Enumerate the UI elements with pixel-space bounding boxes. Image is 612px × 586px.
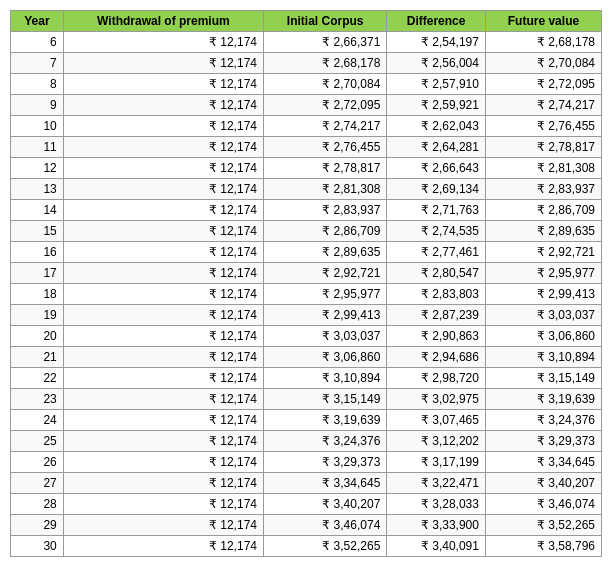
table-cell: ₹ 2,68,178 [263, 53, 386, 74]
table-cell: ₹ 2,83,937 [263, 200, 386, 221]
table-cell: ₹ 2,72,095 [263, 95, 386, 116]
table-cell: ₹ 2,94,686 [387, 347, 486, 368]
table-cell: ₹ 2,95,977 [485, 263, 601, 284]
table-cell: ₹ 2,56,004 [387, 53, 486, 74]
header-withdrawal: Withdrawal of premium [63, 11, 263, 32]
table-cell: ₹ 2,74,217 [263, 116, 386, 137]
table-cell: ₹ 2,70,084 [263, 74, 386, 95]
table-row: 16₹ 12,174₹ 2,89,635₹ 2,77,461₹ 2,92,721 [11, 242, 602, 263]
table-cell: ₹ 3,33,900 [387, 515, 486, 536]
table-cell: ₹ 3,24,376 [485, 410, 601, 431]
table-cell: 19 [11, 305, 64, 326]
table-cell: ₹ 2,83,803 [387, 284, 486, 305]
table-cell: 29 [11, 515, 64, 536]
table-cell: ₹ 3,22,471 [387, 473, 486, 494]
table-cell: ₹ 2,78,817 [485, 137, 601, 158]
table-row: 14₹ 12,174₹ 2,83,937₹ 2,71,763₹ 2,86,709 [11, 200, 602, 221]
table-cell: ₹ 2,62,043 [387, 116, 486, 137]
table-cell: ₹ 12,174 [63, 515, 263, 536]
table-cell: 16 [11, 242, 64, 263]
table-cell: ₹ 3,17,199 [387, 452, 486, 473]
table-row: 22₹ 12,174₹ 3,10,894₹ 2,98,720₹ 3,15,149 [11, 368, 602, 389]
table-cell: ₹ 12,174 [63, 137, 263, 158]
table-cell: ₹ 3,29,373 [485, 431, 601, 452]
table-cell: ₹ 3,15,149 [485, 368, 601, 389]
table-cell: ₹ 3,40,207 [485, 473, 601, 494]
table-cell: ₹ 12,174 [63, 473, 263, 494]
table-row: 10₹ 12,174₹ 2,74,217₹ 2,62,043₹ 2,76,455 [11, 116, 602, 137]
table-cell: ₹ 3,10,894 [485, 347, 601, 368]
table-cell: ₹ 3,06,860 [485, 326, 601, 347]
table-cell: ₹ 3,07,465 [387, 410, 486, 431]
table-cell: ₹ 3,19,639 [263, 410, 386, 431]
table-cell: 21 [11, 347, 64, 368]
table-row: 18₹ 12,174₹ 2,95,977₹ 2,83,803₹ 2,99,413 [11, 284, 602, 305]
table-cell: ₹ 3,46,074 [485, 494, 601, 515]
table-cell: ₹ 3,02,975 [387, 389, 486, 410]
table-cell: ₹ 12,174 [63, 305, 263, 326]
table-cell: ₹ 2,77,461 [387, 242, 486, 263]
table-cell: ₹ 3,06,860 [263, 347, 386, 368]
table-cell: ₹ 2,89,635 [485, 221, 601, 242]
table-cell: ₹ 12,174 [63, 116, 263, 137]
table-cell: ₹ 12,174 [63, 53, 263, 74]
table-row: 12₹ 12,174₹ 2,78,817₹ 2,66,643₹ 2,81,308 [11, 158, 602, 179]
table-cell: ₹ 3,12,202 [387, 431, 486, 452]
financial-table: Year Withdrawal of premium Initial Corpu… [10, 10, 602, 557]
table-cell: ₹ 2,83,937 [485, 179, 601, 200]
table-cell: ₹ 3,52,265 [485, 515, 601, 536]
table-cell: ₹ 12,174 [63, 368, 263, 389]
table-cell: ₹ 3,52,265 [263, 536, 386, 557]
table-cell: ₹ 3,03,037 [263, 326, 386, 347]
table-cell: ₹ 2,74,535 [387, 221, 486, 242]
table-row: 29₹ 12,174₹ 3,46,074₹ 3,33,900₹ 3,52,265 [11, 515, 602, 536]
table-cell: ₹ 3,46,074 [263, 515, 386, 536]
table-row: 11₹ 12,174₹ 2,76,455₹ 2,64,281₹ 2,78,817 [11, 137, 602, 158]
table-cell: 22 [11, 368, 64, 389]
table-cell: 12 [11, 158, 64, 179]
table-cell: ₹ 3,19,639 [485, 389, 601, 410]
table-cell: 8 [11, 74, 64, 95]
table-cell: ₹ 12,174 [63, 326, 263, 347]
table-cell: ₹ 2,78,817 [263, 158, 386, 179]
table-cell: ₹ 2,95,977 [263, 284, 386, 305]
table-cell: ₹ 2,74,217 [485, 95, 601, 116]
table-row: 17₹ 12,174₹ 2,92,721₹ 2,80,547₹ 2,95,977 [11, 263, 602, 284]
table-cell: ₹ 3,15,149 [263, 389, 386, 410]
table-cell: ₹ 2,66,371 [263, 32, 386, 53]
table-cell: ₹ 2,59,921 [387, 95, 486, 116]
table-cell: ₹ 12,174 [63, 221, 263, 242]
table-cell: ₹ 2,66,643 [387, 158, 486, 179]
table-cell: ₹ 2,57,910 [387, 74, 486, 95]
table-cell: ₹ 2,80,547 [387, 263, 486, 284]
table-cell: 14 [11, 200, 64, 221]
table-cell: 11 [11, 137, 64, 158]
table-cell: ₹ 3,34,645 [485, 452, 601, 473]
table-cell: ₹ 12,174 [63, 158, 263, 179]
table-row: 25₹ 12,174₹ 3,24,376₹ 3,12,202₹ 3,29,373 [11, 431, 602, 452]
table-cell: ₹ 3,34,645 [263, 473, 386, 494]
table-cell: ₹ 2,81,308 [263, 179, 386, 200]
table-cell: ₹ 2,71,763 [387, 200, 486, 221]
table-cell: ₹ 12,174 [63, 536, 263, 557]
table-cell: 20 [11, 326, 64, 347]
header-initial-corpus: Initial Corpus [263, 11, 386, 32]
table-cell: ₹ 2,92,721 [263, 263, 386, 284]
table-cell: ₹ 3,24,376 [263, 431, 386, 452]
table-cell: ₹ 2,87,239 [387, 305, 486, 326]
table-row: 26₹ 12,174₹ 3,29,373₹ 3,17,199₹ 3,34,645 [11, 452, 602, 473]
table-cell: 15 [11, 221, 64, 242]
table-cell: ₹ 2,99,413 [263, 305, 386, 326]
table-cell: ₹ 3,28,033 [387, 494, 486, 515]
table-cell: 26 [11, 452, 64, 473]
table-cell: ₹ 12,174 [63, 32, 263, 53]
table-cell: ₹ 2,76,455 [485, 116, 601, 137]
table-cell: ₹ 12,174 [63, 242, 263, 263]
table-cell: ₹ 3,58,796 [485, 536, 601, 557]
table-cell: ₹ 12,174 [63, 389, 263, 410]
table-row: 13₹ 12,174₹ 2,81,308₹ 2,69,134₹ 2,83,937 [11, 179, 602, 200]
table-cell: 25 [11, 431, 64, 452]
table-cell: 13 [11, 179, 64, 200]
table-cell: ₹ 3,40,091 [387, 536, 486, 557]
table-cell: ₹ 12,174 [63, 263, 263, 284]
